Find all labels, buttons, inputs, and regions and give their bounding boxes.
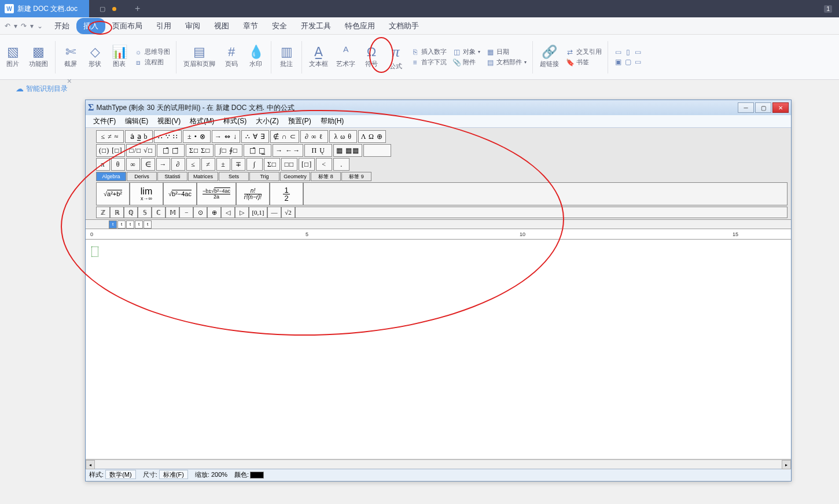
view-icon3[interactable]: ▭ bbox=[634, 48, 642, 56]
mathtype-titlebar[interactable]: Σ MathType (剩余 30 天的试用时间) - 在 新建 DOC 文档.… bbox=[86, 100, 791, 115]
view-icon4[interactable]: ▣ bbox=[614, 58, 622, 66]
cat-trig[interactable]: Trig bbox=[249, 172, 279, 181]
tab-view[interactable]: 视图 bbox=[207, 18, 236, 34]
insert-comment[interactable]: ▥批注 bbox=[275, 45, 298, 69]
insert-header-footer[interactable]: ▤页眉和页脚 bbox=[180, 45, 219, 69]
sym-tri-right[interactable]: ▷ bbox=[235, 207, 249, 218]
smart-toc-label[interactable]: 智能识别目录 bbox=[26, 84, 68, 94]
palette-sets[interactable]: ∉ ∩ ⊂ bbox=[270, 130, 299, 143]
insert-page-number[interactable]: #页码 bbox=[220, 45, 243, 69]
equation-canvas[interactable] bbox=[86, 240, 791, 459]
cat-algebra[interactable]: Algebra bbox=[96, 172, 126, 181]
insert-date[interactable]: ▦日期 bbox=[486, 47, 527, 56]
sym-C[interactable]: ℂ bbox=[152, 207, 165, 218]
tab-insert[interactable]: 插入 bbox=[76, 18, 105, 34]
tab-special[interactable]: 特色应用 bbox=[338, 18, 382, 34]
maximize-button[interactable]: ▢ bbox=[755, 102, 771, 113]
tmpl-sqrt-discriminant[interactable]: √b²−4ac bbox=[163, 182, 197, 205]
palette-fractions[interactable]: □/□ √□ bbox=[126, 144, 156, 157]
palette-sums[interactable]: Σ□ Σ□ bbox=[186, 144, 214, 157]
scroll-left[interactable]: ◂ bbox=[86, 460, 95, 469]
menu-format[interactable]: 格式(M) bbox=[186, 115, 218, 127]
palette-bars[interactable]: □̄ □̲ bbox=[244, 144, 271, 157]
menu-view[interactable]: 视图(V) bbox=[153, 115, 185, 127]
sym-empty-row[interactable] bbox=[295, 207, 788, 218]
sym-Q[interactable]: ℚ bbox=[124, 207, 138, 218]
cat-derivs[interactable]: Derivs bbox=[127, 172, 157, 181]
palette-label-arrows[interactable]: → ←→ bbox=[273, 144, 303, 157]
insert-shapes[interactable]: ◇形状 bbox=[83, 45, 106, 69]
color-swatch[interactable] bbox=[250, 472, 264, 479]
sym-odot[interactable]: ⊙ bbox=[193, 207, 207, 218]
tab-device-icon[interactable]: ▢ bbox=[100, 5, 105, 13]
palette-misc[interactable]: ∂ ∞ ℓ bbox=[300, 130, 328, 143]
align-tab-1[interactable]: t bbox=[109, 220, 117, 229]
sym-R[interactable]: ℝ bbox=[110, 207, 124, 218]
hscrollbar[interactable]: ◂ ▸ bbox=[86, 459, 791, 469]
palette-integrals[interactable]: ∫□ ∮□ bbox=[215, 144, 242, 157]
sym-pi[interactable]: π bbox=[96, 158, 110, 171]
cat-stats[interactable]: Statisti bbox=[157, 172, 187, 181]
sym-M[interactable]: 𝕄 bbox=[165, 207, 179, 218]
palette-overunder[interactable]: □̄ □⃗ bbox=[157, 144, 185, 157]
palette-products[interactable]: Π Ų bbox=[304, 144, 332, 157]
redo-button[interactable]: ↷ bbox=[21, 22, 27, 30]
insert-symbol[interactable]: Ω符号 bbox=[360, 45, 383, 69]
insert-flowchart[interactable]: ⧈流程图 bbox=[134, 58, 170, 67]
cat-sets[interactable]: Sets bbox=[219, 172, 249, 181]
sym-sum[interactable]: Σ□ bbox=[264, 158, 280, 171]
menu-help[interactable]: 帮助(H) bbox=[317, 115, 348, 127]
undo-button[interactable]: ↶ bbox=[5, 22, 10, 30]
sym-theta[interactable]: θ bbox=[111, 158, 125, 171]
new-tab-button[interactable]: + bbox=[127, 3, 148, 14]
sym-brackets[interactable]: [□] bbox=[299, 158, 315, 171]
menu-file[interactable]: 文件(F) bbox=[89, 115, 120, 127]
insert-feature-image[interactable]: ▩功能图 bbox=[25, 45, 51, 69]
insert-mindmap[interactable]: ☼思维导图 bbox=[134, 47, 170, 56]
cat-tab9[interactable]: 标签 9 bbox=[341, 172, 371, 181]
menu-preset[interactable]: 预置(P) bbox=[284, 115, 315, 127]
tab-page-layout[interactable]: 页面布局 bbox=[105, 18, 149, 34]
undo-dropdown[interactable]: ▾ bbox=[14, 22, 17, 30]
insert-picture[interactable]: ▧图片 bbox=[1, 45, 24, 69]
sym-angle[interactable]: < bbox=[316, 158, 332, 171]
palette-relational[interactable]: ≤ ≠ ≈ bbox=[96, 130, 124, 143]
tmpl-half[interactable]: 12 bbox=[270, 182, 303, 205]
scroll-track[interactable] bbox=[95, 460, 782, 469]
palette-dots[interactable]: ∴ ∵ ∷ bbox=[154, 130, 182, 143]
view-icon6[interactable]: ▭ bbox=[634, 58, 642, 66]
sym-pm[interactable]: ± bbox=[216, 158, 230, 171]
sym-in[interactable]: ∈ bbox=[141, 158, 155, 171]
tab-references[interactable]: 引用 bbox=[149, 18, 178, 34]
scroll-right[interactable]: ▸ bbox=[782, 460, 791, 469]
sym-subscript[interactable]: □□ bbox=[281, 158, 297, 171]
palette-matrices[interactable]: ▦ ▦▦ bbox=[333, 144, 362, 157]
view-icon2[interactable]: ▯ bbox=[624, 48, 632, 56]
palette-arrows[interactable]: → ⇔ ↓ bbox=[212, 130, 240, 143]
palette-greek-lower[interactable]: λ ω θ bbox=[329, 130, 357, 143]
sym-mp[interactable]: ∓ bbox=[231, 158, 245, 171]
insert-watermark[interactable]: 💧水印 bbox=[244, 45, 267, 69]
sym-longdash[interactable]: — bbox=[267, 207, 281, 218]
tab-chapter[interactable]: 章节 bbox=[236, 18, 265, 34]
palette-fences[interactable]: (□) [□] bbox=[96, 144, 125, 157]
insert-crossref[interactable]: ⇄交叉引用 bbox=[566, 47, 602, 56]
sym-leq[interactable]: ≤ bbox=[186, 158, 200, 171]
tmpl-sqrt-a2b2[interactable]: √a²+b² bbox=[96, 182, 130, 205]
align-tab-3[interactable]: t bbox=[126, 220, 134, 229]
qat-more[interactable]: ⌄ bbox=[37, 22, 43, 30]
sym-oplus[interactable]: ⊕ bbox=[207, 207, 221, 218]
tmpl-quadratic[interactable]: −b±√b²−4ac2a bbox=[197, 182, 236, 205]
palette-operators[interactable]: ± • ⊗ bbox=[183, 130, 211, 143]
tmpl-empty[interactable] bbox=[303, 182, 788, 205]
insert-textbox[interactable]: A̲文本框 bbox=[306, 45, 332, 69]
insert-number[interactable]: ⎘插入数字 bbox=[411, 47, 447, 56]
sym-sqrt2[interactable]: √2 bbox=[281, 207, 295, 218]
tmpl-combination[interactable]: n!r!(n−r)! bbox=[236, 182, 270, 205]
menu-style[interactable]: 样式(S) bbox=[219, 115, 251, 127]
ruler[interactable]: 0 5 10 15 bbox=[86, 229, 791, 240]
insert-chart[interactable]: 📊图表 bbox=[108, 45, 131, 69]
view-icon1[interactable]: ▭ bbox=[614, 48, 622, 56]
doc-tab[interactable]: W 新建 DOC 文档.doc bbox=[0, 0, 89, 17]
sym-Z[interactable]: ℤ bbox=[96, 207, 110, 218]
